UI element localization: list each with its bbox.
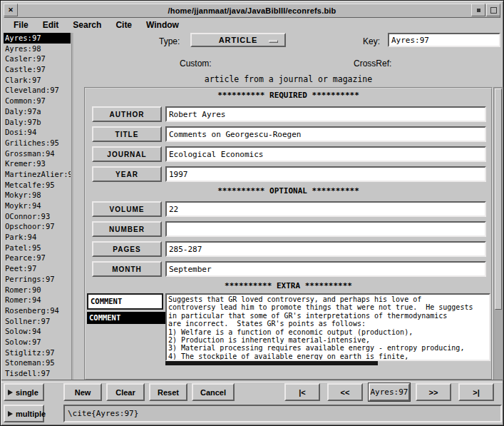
volume-field-label: VOLUME [92, 201, 162, 217]
list-item[interactable]: Romer:94 [4, 295, 71, 305]
month-input[interactable] [165, 261, 486, 277]
list-item[interactable]: Metcalfe:95 [4, 180, 71, 191]
mode-multiple-button[interactable]: multiple [4, 405, 44, 422]
year-input[interactable] [165, 166, 486, 182]
key-input[interactable] [388, 33, 500, 47]
list-item[interactable]: Griliches:95 [4, 138, 71, 148]
form-vscrollbar-thumb[interactable] [495, 88, 502, 310]
list-item[interactable]: Tisdell:97 [4, 368, 71, 379]
type-dropdown[interactable]: ARTICLE [190, 33, 286, 47]
list-item[interactable]: Romer:90 [4, 285, 71, 295]
menu-bar: File Edit Search Cite Window [4, 17, 500, 32]
mode-single-label: single [16, 388, 38, 397]
pages-field-label: PAGES [92, 241, 162, 257]
clear-button[interactable]: Clear [106, 383, 145, 401]
custom-label: Custom: [180, 59, 212, 69]
volume-input[interactable] [165, 201, 486, 217]
list-item[interactable]: Clark:97 [4, 75, 71, 86]
menu-window[interactable]: Window [140, 19, 185, 31]
list-item[interactable]: Peet:97 [4, 263, 71, 274]
iconify-button[interactable] [471, 4, 485, 16]
maximize-icon [490, 7, 497, 14]
nav-first-button[interactable]: |< [284, 383, 320, 401]
author-input[interactable] [165, 106, 486, 122]
comment-hscrollbar-thumb[interactable] [165, 361, 378, 365]
journal-input[interactable] [165, 146, 486, 162]
arrow-right-icon [8, 390, 13, 395]
new-button[interactable]: New [63, 383, 102, 401]
type-label: Type: [159, 36, 180, 46]
list-item[interactable]: Ayres:98 [4, 44, 71, 54]
list-item[interactable]: Pearce:97 [4, 253, 71, 263]
list-item[interactable]: Cleveland:97 [4, 85, 71, 96]
list-item[interactable]: Moykr:94 [4, 201, 71, 211]
list-item[interactable]: Castle:97 [4, 64, 71, 75]
list-item[interactable]: Daly:97a [4, 106, 71, 117]
number-field-label: NUMBER [92, 221, 162, 237]
extra-field-option-comment[interactable]: COMMENT [87, 312, 165, 324]
nav-next-button[interactable]: >> [416, 383, 451, 401]
list-item[interactable]: Stiglitz:97 [4, 348, 71, 358]
iconify-icon [477, 9, 480, 12]
list-item[interactable]: Daly:97b [4, 117, 71, 128]
list-item[interactable]: Common:97 [4, 96, 71, 106]
list-item[interactable]: Grossman:94 [4, 148, 71, 159]
key-label: Key: [363, 36, 380, 46]
list-item[interactable]: Dosi:94 [4, 127, 71, 138]
list-item[interactable]: Perrings:97 [4, 274, 71, 285]
year-field-label: YEAR [92, 166, 162, 182]
pages-input[interactable] [165, 241, 486, 257]
cite-command-field[interactable]: \cite{Ayres:97} [63, 405, 502, 422]
comment-textarea[interactable]: Suggests that GR loved controversy, and … [165, 293, 490, 361]
nav-prev-button[interactable]: << [327, 383, 363, 401]
list-item[interactable]: Sollner:97 [4, 316, 71, 327]
author-field-label: AUTHOR [92, 106, 162, 122]
number-input[interactable] [165, 221, 486, 237]
dropdown-dash-icon [269, 40, 278, 43]
entry-type-description: article from a journal or magazine [84, 74, 493, 84]
window-menu-icon: ✕ [8, 7, 14, 14]
list-item[interactable]: Solow:97 [4, 337, 71, 348]
journal-field-label: JOURNAL [92, 146, 162, 162]
type-value: ARTICLE [219, 36, 258, 44]
list-item[interactable]: Solow:94 [4, 326, 71, 337]
nav-current-record-button[interactable]: Ayres:97 [369, 383, 410, 401]
cancel-button[interactable]: Cancel [192, 383, 235, 401]
menu-cite[interactable]: Cite [110, 19, 138, 31]
list-item[interactable]: Mokyr:98 [4, 190, 71, 201]
mode-multiple-label: multiple [16, 410, 46, 418]
extra-field-selector[interactable]: COMMENT [87, 293, 163, 310]
menu-search[interactable]: Search [67, 19, 107, 31]
maximize-button[interactable] [486, 4, 500, 16]
list-item[interactable]: Rosenberg:94 [4, 305, 71, 316]
reference-list: Ayres:97 Ayres:98 Casler:97 Castle:97 Cl… [4, 33, 71, 380]
list-item[interactable]: Kremer:93 [4, 158, 71, 169]
nav-last-button[interactable]: >| [458, 383, 494, 401]
pane-divider[interactable] [71, 33, 73, 380]
title-input[interactable] [165, 126, 486, 142]
list-item[interactable]: MartinezAlier:9 [4, 169, 71, 180]
crossref-label: CrossRef: [354, 59, 391, 69]
list-item[interactable]: Park:94 [4, 232, 71, 243]
title-field-label: TITLE [92, 126, 162, 142]
menu-edit[interactable]: Edit [37, 19, 65, 31]
month-field-label: MONTH [92, 261, 162, 277]
arrow-right-icon [8, 411, 13, 417]
window-title: /home/jjanmaat/java/JavaBibIII/econrefs.… [168, 6, 336, 15]
list-item[interactable]: Stoneman:95 [4, 357, 71, 368]
list-item[interactable]: OConnor:93 [4, 211, 71, 222]
window-menu-button[interactable]: ✕ [4, 4, 18, 16]
required-section-header: ********** REQUIRED ********** [84, 91, 493, 100]
form-vscrollbar[interactable] [493, 87, 503, 380]
reset-button[interactable]: Reset [149, 383, 187, 401]
optional-section-header: ********** OPTIONAL ********** [84, 186, 493, 196]
extra-section-header: ********** EXTRA ********** [84, 281, 493, 290]
menu-file[interactable]: File [8, 19, 34, 31]
app-window: /home/jjanmaat/java/JavaBibIII/econrefs.… [0, 0, 504, 426]
list-item[interactable]: Casler:97 [4, 54, 71, 64]
list-item[interactable]: Opschoor:97 [4, 221, 71, 232]
list-item[interactable]: Ayres:97 [4, 33, 71, 44]
list-item[interactable]: Patel:95 [4, 243, 71, 253]
title-bar[interactable]: /home/jjanmaat/java/JavaBibIII/econrefs.… [4, 4, 500, 18]
mode-single-button[interactable]: single [4, 383, 44, 401]
